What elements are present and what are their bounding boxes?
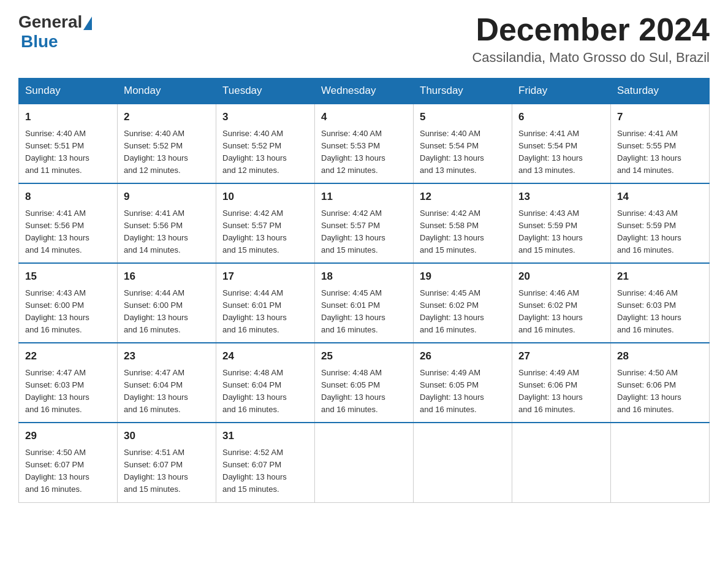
day-number: 15 bbox=[25, 269, 111, 285]
logo-general-text: General bbox=[18, 12, 82, 32]
day-info: Sunrise: 4:50 AMSunset: 6:06 PMDaylight:… bbox=[617, 367, 703, 416]
day-info: Sunrise: 4:47 AMSunset: 6:04 PMDaylight:… bbox=[124, 367, 210, 416]
calendar-cell: 7Sunrise: 4:41 AMSunset: 5:55 PMDaylight… bbox=[611, 104, 710, 183]
calendar-cell: 31Sunrise: 4:52 AMSunset: 6:07 PMDayligh… bbox=[216, 423, 315, 502]
calendar-cell: 16Sunrise: 4:44 AMSunset: 6:00 PMDayligh… bbox=[118, 263, 216, 343]
day-number: 12 bbox=[420, 189, 506, 205]
calendar-cell: 25Sunrise: 4:48 AMSunset: 6:05 PMDayligh… bbox=[315, 343, 414, 423]
calendar-cell: 23Sunrise: 4:47 AMSunset: 6:04 PMDayligh… bbox=[118, 343, 216, 423]
calendar-cell bbox=[414, 423, 512, 502]
day-info: Sunrise: 4:52 AMSunset: 6:07 PMDaylight:… bbox=[222, 446, 308, 496]
day-number: 17 bbox=[222, 269, 308, 285]
calendar-cell: 21Sunrise: 4:46 AMSunset: 6:03 PMDayligh… bbox=[611, 263, 710, 343]
day-info: Sunrise: 4:40 AMSunset: 5:54 PMDaylight:… bbox=[420, 128, 506, 177]
day-number: 27 bbox=[518, 348, 604, 364]
calendar-week-row: 29Sunrise: 4:50 AMSunset: 6:07 PMDayligh… bbox=[19, 423, 710, 502]
calendar-cell: 4Sunrise: 4:40 AMSunset: 5:53 PMDaylight… bbox=[315, 104, 414, 183]
calendar-cell: 28Sunrise: 4:50 AMSunset: 6:06 PMDayligh… bbox=[611, 343, 710, 423]
calendar-cell: 8Sunrise: 4:41 AMSunset: 5:56 PMDaylight… bbox=[19, 183, 118, 263]
header-thursday: Thursday bbox=[414, 79, 512, 104]
day-number: 31 bbox=[222, 428, 308, 444]
day-number: 2 bbox=[124, 109, 210, 125]
calendar-cell: 26Sunrise: 4:49 AMSunset: 6:05 PMDayligh… bbox=[414, 343, 512, 423]
calendar-cell: 17Sunrise: 4:44 AMSunset: 6:01 PMDayligh… bbox=[216, 263, 315, 343]
day-number: 21 bbox=[617, 269, 703, 285]
day-info: Sunrise: 4:47 AMSunset: 6:03 PMDaylight:… bbox=[25, 367, 111, 416]
day-info: Sunrise: 4:42 AMSunset: 5:57 PMDaylight:… bbox=[321, 207, 407, 257]
header-tuesday: Tuesday bbox=[216, 79, 315, 104]
calendar-cell: 20Sunrise: 4:46 AMSunset: 6:02 PMDayligh… bbox=[512, 263, 611, 343]
calendar-header-row: SundayMondayTuesdayWednesdayThursdayFrid… bbox=[19, 79, 710, 104]
day-info: Sunrise: 4:49 AMSunset: 6:05 PMDaylight:… bbox=[420, 367, 506, 416]
day-info: Sunrise: 4:46 AMSunset: 6:03 PMDaylight:… bbox=[617, 287, 703, 337]
calendar-cell: 5Sunrise: 4:40 AMSunset: 5:54 PMDaylight… bbox=[414, 104, 512, 183]
calendar-cell: 13Sunrise: 4:43 AMSunset: 5:59 PMDayligh… bbox=[512, 183, 611, 263]
day-number: 3 bbox=[222, 109, 308, 125]
page-header: General Blue December 2024 Cassilandia, … bbox=[18, 12, 710, 66]
day-number: 26 bbox=[420, 348, 506, 364]
day-number: 18 bbox=[321, 269, 407, 285]
calendar-cell: 29Sunrise: 4:50 AMSunset: 6:07 PMDayligh… bbox=[19, 423, 118, 502]
day-info: Sunrise: 4:48 AMSunset: 6:05 PMDaylight:… bbox=[321, 367, 407, 416]
day-number: 22 bbox=[25, 348, 111, 364]
header-sunday: Sunday bbox=[19, 79, 118, 104]
calendar-cell: 30Sunrise: 4:51 AMSunset: 6:07 PMDayligh… bbox=[118, 423, 216, 502]
calendar-cell: 9Sunrise: 4:41 AMSunset: 5:56 PMDaylight… bbox=[118, 183, 216, 263]
calendar-cell: 14Sunrise: 4:43 AMSunset: 5:59 PMDayligh… bbox=[611, 183, 710, 263]
day-info: Sunrise: 4:44 AMSunset: 6:01 PMDaylight:… bbox=[222, 287, 308, 337]
calendar-cell bbox=[315, 423, 414, 502]
day-number: 1 bbox=[25, 109, 111, 125]
calendar-week-row: 22Sunrise: 4:47 AMSunset: 6:03 PMDayligh… bbox=[19, 343, 710, 423]
day-number: 24 bbox=[222, 348, 308, 364]
day-number: 6 bbox=[518, 109, 604, 125]
day-number: 9 bbox=[124, 189, 210, 205]
day-info: Sunrise: 4:43 AMSunset: 6:00 PMDaylight:… bbox=[25, 287, 111, 337]
calendar-cell: 6Sunrise: 4:41 AMSunset: 5:54 PMDaylight… bbox=[512, 104, 611, 183]
day-info: Sunrise: 4:50 AMSunset: 6:07 PMDaylight:… bbox=[25, 446, 111, 496]
day-info: Sunrise: 4:45 AMSunset: 6:02 PMDaylight:… bbox=[420, 287, 506, 337]
calendar-week-row: 15Sunrise: 4:43 AMSunset: 6:00 PMDayligh… bbox=[19, 263, 710, 343]
day-number: 29 bbox=[25, 428, 111, 444]
day-number: 23 bbox=[124, 348, 210, 364]
calendar-cell: 3Sunrise: 4:40 AMSunset: 5:52 PMDaylight… bbox=[216, 104, 315, 183]
title-area: December 2024 Cassilandia, Mato Grosso d… bbox=[472, 12, 710, 66]
logo-triangle-icon bbox=[83, 17, 92, 30]
day-number: 16 bbox=[124, 269, 210, 285]
day-number: 19 bbox=[420, 269, 506, 285]
day-info: Sunrise: 4:48 AMSunset: 6:04 PMDaylight:… bbox=[222, 367, 308, 416]
calendar-cell: 11Sunrise: 4:42 AMSunset: 5:57 PMDayligh… bbox=[315, 183, 414, 263]
day-info: Sunrise: 4:43 AMSunset: 5:59 PMDaylight:… bbox=[617, 207, 703, 257]
day-number: 30 bbox=[124, 428, 210, 444]
day-info: Sunrise: 4:43 AMSunset: 5:59 PMDaylight:… bbox=[518, 207, 604, 257]
day-number: 14 bbox=[617, 189, 703, 205]
day-number: 10 bbox=[222, 189, 308, 205]
calendar-cell: 22Sunrise: 4:47 AMSunset: 6:03 PMDayligh… bbox=[19, 343, 118, 423]
day-info: Sunrise: 4:40 AMSunset: 5:52 PMDaylight:… bbox=[124, 128, 210, 177]
day-info: Sunrise: 4:51 AMSunset: 6:07 PMDaylight:… bbox=[124, 446, 210, 496]
calendar-cell: 10Sunrise: 4:42 AMSunset: 5:57 PMDayligh… bbox=[216, 183, 315, 263]
calendar-cell: 1Sunrise: 4:40 AMSunset: 5:51 PMDaylight… bbox=[19, 104, 118, 183]
calendar-cell: 2Sunrise: 4:40 AMSunset: 5:52 PMDaylight… bbox=[118, 104, 216, 183]
day-info: Sunrise: 4:40 AMSunset: 5:52 PMDaylight:… bbox=[222, 128, 308, 177]
header-wednesday: Wednesday bbox=[315, 79, 414, 104]
month-title: December 2024 bbox=[472, 12, 710, 47]
logo: General Blue bbox=[18, 12, 93, 52]
day-info: Sunrise: 4:41 AMSunset: 5:55 PMDaylight:… bbox=[617, 128, 703, 177]
header-monday: Monday bbox=[118, 79, 216, 104]
day-info: Sunrise: 4:45 AMSunset: 6:01 PMDaylight:… bbox=[321, 287, 407, 337]
day-info: Sunrise: 4:42 AMSunset: 5:57 PMDaylight:… bbox=[222, 207, 308, 257]
day-info: Sunrise: 4:41 AMSunset: 5:56 PMDaylight:… bbox=[124, 207, 210, 257]
day-number: 25 bbox=[321, 348, 407, 364]
calendar-cell bbox=[512, 423, 611, 502]
day-number: 13 bbox=[518, 189, 604, 205]
header-saturday: Saturday bbox=[611, 79, 710, 104]
day-number: 4 bbox=[321, 109, 407, 125]
day-number: 28 bbox=[617, 348, 703, 364]
header-friday: Friday bbox=[512, 79, 611, 104]
day-number: 20 bbox=[518, 269, 604, 285]
calendar-cell: 24Sunrise: 4:48 AMSunset: 6:04 PMDayligh… bbox=[216, 343, 315, 423]
calendar-table: SundayMondayTuesdayWednesdayThursdayFrid… bbox=[18, 78, 710, 502]
calendar-cell: 18Sunrise: 4:45 AMSunset: 6:01 PMDayligh… bbox=[315, 263, 414, 343]
day-number: 8 bbox=[25, 189, 111, 205]
day-info: Sunrise: 4:41 AMSunset: 5:56 PMDaylight:… bbox=[25, 207, 111, 257]
